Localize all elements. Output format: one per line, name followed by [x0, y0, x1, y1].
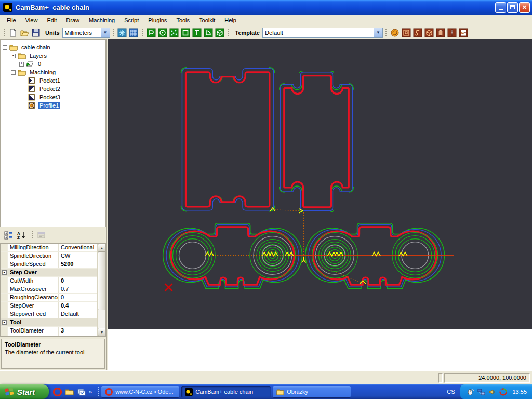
tree-node-profile1[interactable]: Profile1: [1, 101, 105, 110]
menu-machining[interactable]: Machining: [84, 16, 119, 25]
property-value[interactable]: 3: [59, 327, 99, 335]
property-row[interactable]: CutWidth0: [1, 277, 99, 285]
save-file-button[interactable]: [30, 27, 42, 38]
tree-node-pocket3[interactable]: Pocket3: [1, 93, 105, 101]
property-row[interactable]: ToolNumber0: [1, 335, 99, 337]
start-button[interactable]: Start: [0, 384, 49, 399]
cad-plate-left[interactable]: [181, 68, 274, 211]
menu-script[interactable]: Script: [119, 16, 143, 25]
property-value[interactable]: 0: [59, 335, 99, 337]
draw-points-button[interactable]: [168, 27, 180, 38]
collapse-toggle[interactable]: -: [3, 45, 7, 50]
quicklaunch-overflow-chevron[interactable]: »: [89, 389, 92, 395]
units-combobox[interactable]: Millimeters ▼: [62, 28, 110, 38]
property-row[interactable]: SpindleSpeed5200: [1, 260, 99, 269]
collapse-toggle[interactable]: -: [11, 54, 16, 58]
taskbar-item-cambam[interactable]: CamBam+ cable chain: [181, 386, 271, 397]
template-dropdown-arrow[interactable]: ▼: [374, 28, 382, 37]
volume-tray-icon[interactable]: [488, 388, 496, 396]
scroll-down-arrow[interactable]: ▼: [98, 328, 106, 336]
menu-draw[interactable]: Draw: [61, 16, 84, 25]
menu-edit[interactable]: Edit: [42, 16, 61, 25]
property-row[interactable]: SpindleDirectionCW: [1, 252, 99, 260]
property-row[interactable]: StepoverFeedDefault: [1, 310, 99, 318]
tree-node-label[interactable]: Layers: [28, 52, 48, 59]
property-row[interactable]: MaxCrossover0.7: [1, 285, 99, 294]
property-row[interactable]: ToolDiameter3: [1, 327, 99, 335]
snap-button[interactable]: [116, 27, 128, 38]
machine-pocket-button[interactable]: [401, 27, 412, 38]
machine-lathe-button[interactable]: [435, 27, 446, 38]
restore-button[interactable]: [507, 2, 518, 13]
machine-drill-button[interactable]: [389, 27, 401, 38]
property-category-row[interactable]: -Tool: [1, 318, 99, 327]
tree-node-label[interactable]: Pocket3: [38, 94, 62, 101]
menu-file[interactable]: File: [2, 16, 21, 25]
draw-surface-button[interactable]: [214, 27, 225, 38]
machine-nc-edit-button[interactable]: NC: [458, 27, 469, 38]
tree-node-label[interactable]: Machining: [28, 69, 57, 76]
tree-node-layers[interactable]: - Layers: [1, 51, 105, 60]
drawing-tree[interactable]: - cable chain - Layers + 0 - Mac: [0, 39, 106, 227]
taskbar-item-opera[interactable]: www.C-N-C.cz • Ode...: [101, 386, 179, 397]
draw-arc-button[interactable]: [203, 27, 214, 38]
menu-view[interactable]: View: [21, 16, 43, 25]
property-value[interactable]: 0.7: [59, 285, 99, 293]
category-collapse-toggle[interactable]: -: [2, 270, 7, 275]
property-value[interactable]: Conventional: [59, 244, 99, 251]
menu-tools[interactable]: Tools: [171, 16, 194, 25]
property-row[interactable]: StepOver0.4: [1, 302, 99, 310]
folder-quicklaunch-icon[interactable]: [65, 388, 74, 396]
tree-node-label[interactable]: Pocket2: [38, 85, 62, 92]
show-desktop-icon[interactable]: [77, 388, 86, 396]
draw-text-button[interactable]: [191, 27, 203, 38]
machine-drillbit-button[interactable]: [446, 27, 458, 38]
cad-link-left[interactable]: [163, 223, 302, 289]
close-button[interactable]: ✕: [519, 2, 530, 13]
cad-plate-right[interactable]: [280, 71, 353, 212]
menu-toolkit[interactable]: Toolkit: [194, 16, 220, 25]
menu-help[interactable]: Help: [220, 16, 241, 25]
property-value[interactable]: Default: [59, 310, 99, 318]
mouse-tray-icon[interactable]: [467, 388, 474, 396]
tree-node-layer-0[interactable]: + 0: [1, 60, 105, 68]
property-value[interactable]: 0: [59, 294, 99, 301]
tree-node-label[interactable]: Profile1: [38, 102, 60, 109]
drawing-canvas[interactable]: [108, 39, 532, 329]
network-tray-icon[interactable]: [477, 388, 485, 396]
units-dropdown-arrow[interactable]: ▼: [101, 28, 110, 37]
property-grid[interactable]: MillingDirectionConventional SpindleDire…: [0, 243, 106, 337]
tree-node-machining[interactable]: - Machining: [1, 68, 105, 76]
language-indicator[interactable]: CS: [442, 389, 460, 395]
expand-toggle[interactable]: +: [19, 62, 24, 66]
categorized-view-button[interactable]: [2, 230, 15, 241]
template-combobox[interactable]: Default ▼: [262, 28, 383, 38]
machine-engrave-button[interactable]: [412, 27, 423, 38]
app-tray-icon[interactable]: [499, 388, 507, 396]
tree-node-pocket1[interactable]: Pocket1: [1, 76, 105, 85]
scroll-thumb[interactable]: [98, 252, 106, 310]
property-row[interactable]: RoughingClearance0: [1, 294, 99, 302]
property-value[interactable]: CW: [59, 252, 99, 260]
scroll-up-arrow[interactable]: ▲: [98, 244, 106, 252]
draw-polyline-button[interactable]: [145, 27, 157, 38]
menu-plugins[interactable]: Plugins: [143, 16, 171, 25]
tree-node-label[interactable]: cable chain: [20, 44, 52, 51]
cad-link-right[interactable]: [305, 223, 445, 289]
property-pages-button[interactable]: [35, 230, 48, 241]
open-file-button[interactable]: [19, 27, 30, 38]
draw-rectangle-button[interactable]: [180, 27, 191, 38]
tree-node-label[interactable]: 0: [36, 60, 43, 68]
tree-node-pocket2[interactable]: Pocket2: [1, 85, 105, 93]
category-collapse-toggle[interactable]: -: [2, 320, 7, 325]
minimize-button[interactable]: [495, 2, 506, 13]
property-value[interactable]: 5200: [59, 260, 99, 268]
property-row[interactable]: MillingDirectionConventional: [1, 244, 99, 252]
property-scrollbar[interactable]: ▲ ▼: [97, 244, 105, 336]
draw-circle-button[interactable]: [157, 27, 168, 38]
grid-button[interactable]: [128, 27, 139, 38]
alphabetical-sort-button[interactable]: AZ: [16, 230, 28, 241]
opera-quicklaunch-icon[interactable]: [53, 388, 62, 396]
collapse-toggle[interactable]: -: [11, 70, 16, 75]
tree-node-root[interactable]: - cable chain: [1, 43, 105, 51]
